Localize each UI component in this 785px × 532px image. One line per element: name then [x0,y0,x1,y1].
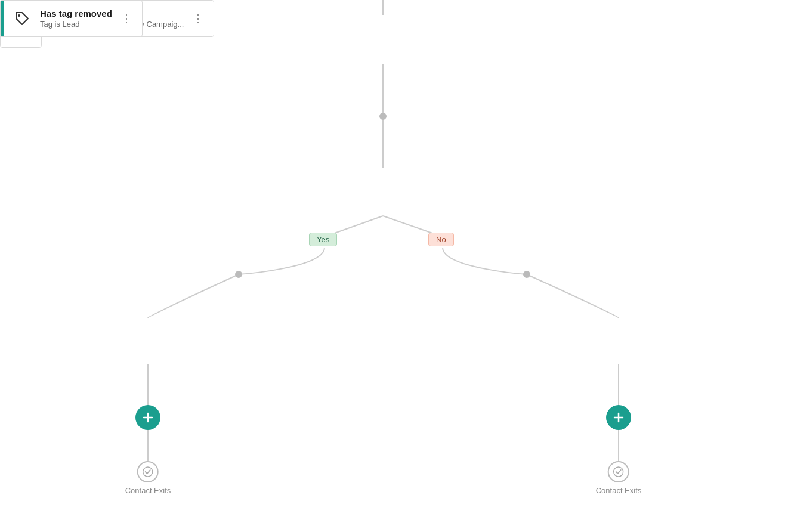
has-tag-title: Has tag removed [40,8,112,18]
exit-right-circle [608,461,629,482]
has-tag-menu[interactable]: ⋮ [119,11,134,26]
yes-badge[interactable]: Yes [309,233,337,246]
no-badge[interactable]: No [428,233,454,246]
exit-left-label: Contact Exits [125,486,171,495]
has-tag-subtitle: Tag is Lead [40,20,112,29]
exit-left-circle [137,461,159,482]
svg-point-11 [18,14,20,17]
exit-left-node: Contact Exits [125,461,171,495]
add-step-left-button[interactable] [135,405,160,430]
connector-dot-1 [379,113,387,120]
exit-right-node: Contact Exits [596,461,642,495]
has-tag-border [1,1,4,36]
add-step-right-button[interactable] [606,405,631,430]
svg-point-16 [143,467,153,477]
svg-point-17 [614,467,623,477]
yes-no-menu[interactable]: ⋮ [191,11,205,26]
exit-right-label: Contact Exits [596,486,642,495]
connector-dot-left [235,271,242,278]
connector-dot-right [523,271,530,278]
has-tag-text: Has tag removed Tag is Lead [40,8,112,29]
has-tag-removed-card: Has tag removed Tag is Lead ⋮ [0,0,143,37]
tag-icon [11,8,33,29]
